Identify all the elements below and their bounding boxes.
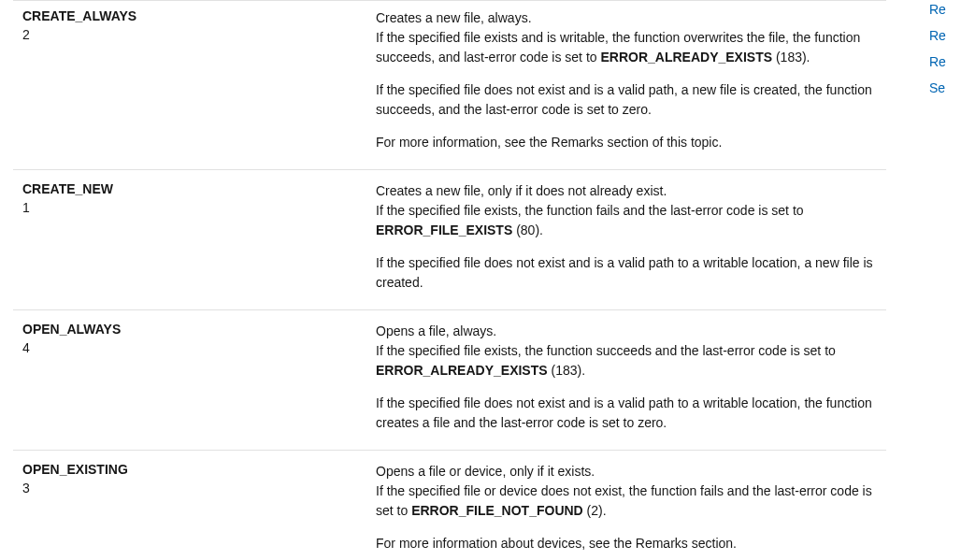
param-value: 1 [22, 200, 357, 215]
param-name: CREATE_NEW [22, 181, 357, 196]
description-line: If the specified file does not exist and… [376, 80, 877, 120]
description-line: If the specified file or device does not… [376, 481, 877, 521]
param-name: OPEN_EXISTING [22, 462, 357, 477]
param-left-cell: OPEN_ALWAYS4 [13, 322, 376, 433]
sidebar-nav-link[interactable]: Se [929, 79, 961, 97]
param-left-cell: OPEN_EXISTING3 [13, 462, 376, 553]
param-value: 4 [22, 340, 357, 355]
description-paragraph: Creates a new file, only if it does not … [376, 181, 877, 240]
description-line: If the specified file exists, the functi… [376, 201, 877, 240]
right-nav-sidebar: ReReReSe [929, 0, 961, 105]
error-constant: ERROR_FILE_EXISTS [376, 223, 512, 237]
description-line: If the specified file does not exist and… [376, 253, 877, 293]
description-line: For more information, see the Remarks se… [376, 133, 877, 152]
description-line: For more information about devices, see … [376, 534, 877, 553]
description-line: Creates a new file, always. [376, 8, 877, 28]
error-constant: ERROR_ALREADY_EXISTS [376, 363, 548, 378]
description-line: If the specified file does not exist and… [376, 394, 877, 433]
table-row: OPEN_ALWAYS4Opens a file, always.If the … [13, 309, 886, 450]
param-left-cell: CREATE_ALWAYS2 [13, 8, 376, 152]
description-paragraph: Opens a file, always.If the specified fi… [376, 322, 877, 381]
sidebar-nav-link[interactable]: Re [929, 26, 961, 45]
error-constant: ERROR_ALREADY_EXISTS [600, 50, 772, 65]
description-paragraph: If the specified file does not exist and… [376, 80, 877, 120]
error-constant: ERROR_FILE_NOT_FOUND [411, 503, 583, 518]
description-line: Creates a new file, only if it does not … [376, 181, 877, 201]
description-paragraph: Opens a file or device, only if it exist… [376, 462, 877, 521]
description-line: If the specified file exists, the functi… [376, 341, 877, 381]
param-name: OPEN_ALWAYS [22, 322, 357, 337]
parameter-table: CREATE_ALWAYS2Creates a new file, always… [0, 0, 899, 560]
description-paragraph: Creates a new file, always.If the specif… [376, 8, 877, 67]
param-description-cell: Opens a file, always.If the specified fi… [376, 322, 886, 433]
param-description-cell: Opens a file or device, only if it exist… [376, 462, 886, 553]
description-line: Opens a file, always. [376, 322, 877, 341]
param-left-cell: CREATE_NEW1 [13, 181, 376, 293]
param-value: 2 [22, 27, 357, 42]
param-description-cell: Creates a new file, always.If the specif… [376, 8, 886, 152]
param-name: CREATE_ALWAYS [22, 8, 357, 23]
description-paragraph: If the specified file does not exist and… [376, 253, 877, 293]
table-row: OPEN_EXISTING3Opens a file or device, on… [13, 450, 886, 560]
param-value: 3 [22, 481, 357, 495]
description-paragraph: For more information, see the Remarks se… [376, 133, 877, 152]
param-description-cell: Creates a new file, only if it does not … [376, 181, 886, 293]
sidebar-nav-link[interactable]: Re [929, 52, 961, 71]
description-line: Opens a file or device, only if it exist… [376, 462, 877, 481]
table-row: CREATE_ALWAYS2Creates a new file, always… [13, 0, 886, 169]
description-paragraph: If the specified file does not exist and… [376, 394, 877, 433]
description-paragraph: For more information about devices, see … [376, 534, 877, 553]
table-row: CREATE_NEW1Creates a new file, only if i… [13, 169, 886, 309]
sidebar-nav-link[interactable]: Re [929, 0, 961, 19]
description-line: If the specified file exists and is writ… [376, 28, 877, 67]
